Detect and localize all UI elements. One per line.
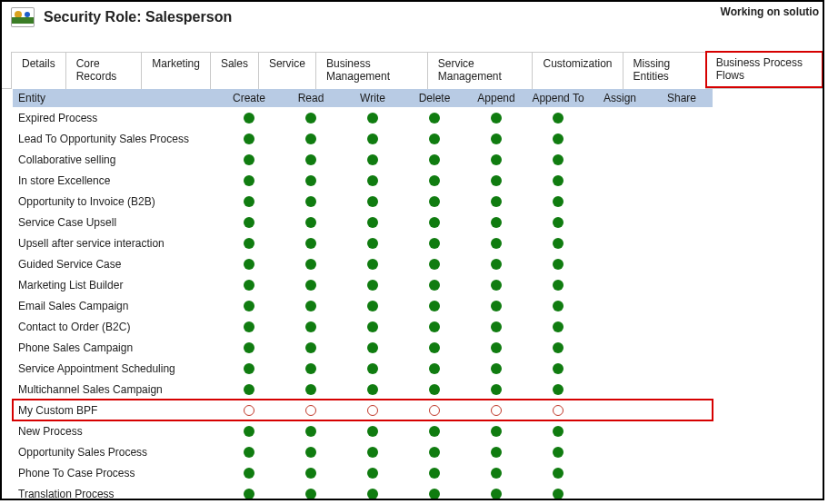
privilege-full-icon[interactable]: [367, 342, 378, 353]
privilege-full-icon[interactable]: [553, 447, 564, 458]
entity-name[interactable]: Service Appointment Scheduling: [13, 362, 218, 375]
privilege-full-icon[interactable]: [244, 384, 254, 395]
privilege-full-icon[interactable]: [429, 301, 440, 311]
privilege-full-icon[interactable]: [429, 238, 440, 249]
privilege-full-icon[interactable]: [553, 384, 564, 395]
privilege-full-icon[interactable]: [367, 113, 378, 124]
column-header-read[interactable]: Read: [280, 92, 342, 104]
privilege-full-icon[interactable]: [491, 113, 502, 124]
entity-name[interactable]: Expired Process: [13, 112, 218, 124]
privilege-full-icon[interactable]: [429, 217, 440, 228]
privilege-full-icon[interactable]: [429, 154, 440, 165]
privilege-full-icon[interactable]: [367, 196, 378, 207]
column-header-share[interactable]: Share: [651, 92, 713, 104]
privilege-full-icon[interactable]: [244, 426, 254, 437]
privilege-full-icon[interactable]: [491, 154, 502, 165]
tab-sales[interactable]: Sales: [210, 52, 259, 89]
privilege-full-icon[interactable]: [305, 321, 316, 332]
privilege-full-icon[interactable]: [244, 468, 254, 479]
privilege-full-icon[interactable]: [553, 113, 564, 124]
privilege-full-icon[interactable]: [491, 196, 502, 207]
entity-name[interactable]: Contact to Order (B2C): [13, 321, 218, 333]
privilege-full-icon[interactable]: [244, 342, 254, 353]
privilege-none-icon[interactable]: [491, 405, 502, 416]
privilege-full-icon[interactable]: [553, 468, 564, 479]
privilege-full-icon[interactable]: [553, 154, 564, 165]
privilege-full-icon[interactable]: [367, 238, 378, 249]
privilege-full-icon[interactable]: [553, 301, 564, 311]
privilege-full-icon[interactable]: [429, 468, 440, 479]
privilege-full-icon[interactable]: [429, 259, 440, 270]
privilege-full-icon[interactable]: [553, 426, 564, 437]
privilege-full-icon[interactable]: [553, 175, 564, 186]
privilege-full-icon[interactable]: [305, 384, 316, 395]
entity-name[interactable]: Phone Sales Campaign: [13, 341, 218, 354]
privilege-full-icon[interactable]: [244, 113, 254, 124]
tab-marketing[interactable]: Marketing: [141, 52, 211, 89]
privilege-full-icon[interactable]: [305, 447, 316, 458]
entity-name[interactable]: In store Excellence: [13, 174, 218, 187]
privilege-none-icon[interactable]: [429, 405, 440, 416]
entity-name[interactable]: Translation Process: [13, 488, 218, 500]
privilege-full-icon[interactable]: [244, 489, 254, 499]
privilege-full-icon[interactable]: [491, 321, 502, 332]
tab-customization[interactable]: Customization: [532, 52, 623, 89]
privilege-full-icon[interactable]: [553, 238, 564, 249]
column-header-write[interactable]: Write: [342, 92, 404, 104]
column-header-delete[interactable]: Delete: [404, 92, 465, 104]
privilege-full-icon[interactable]: [305, 113, 316, 124]
privilege-full-icon[interactable]: [553, 133, 564, 144]
privilege-none-icon[interactable]: [305, 405, 316, 416]
privilege-full-icon[interactable]: [429, 321, 440, 332]
privilege-full-icon[interactable]: [367, 301, 378, 311]
privilege-none-icon[interactable]: [244, 405, 254, 416]
privilege-full-icon[interactable]: [367, 217, 378, 228]
privilege-full-icon[interactable]: [305, 217, 316, 228]
privilege-full-icon[interactable]: [491, 133, 502, 144]
privilege-full-icon[interactable]: [553, 489, 564, 499]
privilege-full-icon[interactable]: [244, 217, 254, 228]
tab-details[interactable]: Details: [11, 52, 66, 89]
privilege-full-icon[interactable]: [305, 175, 316, 186]
entity-name[interactable]: Lead To Opportunity Sales Process: [13, 133, 218, 145]
privilege-full-icon[interactable]: [367, 489, 378, 499]
privilege-full-icon[interactable]: [491, 384, 502, 395]
privilege-full-icon[interactable]: [244, 154, 254, 165]
privilege-full-icon[interactable]: [367, 133, 378, 144]
privilege-full-icon[interactable]: [244, 259, 254, 270]
privilege-full-icon[interactable]: [553, 363, 564, 374]
privilege-full-icon[interactable]: [429, 113, 440, 124]
privilege-full-icon[interactable]: [367, 447, 378, 458]
column-header-create[interactable]: Create: [218, 92, 280, 104]
privilege-full-icon[interactable]: [367, 384, 378, 395]
privilege-full-icon[interactable]: [491, 259, 502, 270]
tab-core-records[interactable]: Core Records: [65, 52, 143, 89]
privilege-full-icon[interactable]: [553, 217, 564, 228]
entity-name[interactable]: Service Case Upsell: [13, 216, 218, 229]
tab-missing-entities[interactable]: Missing Entities: [623, 52, 706, 89]
privilege-full-icon[interactable]: [553, 342, 564, 353]
privilege-full-icon[interactable]: [429, 426, 440, 437]
privilege-full-icon[interactable]: [491, 468, 502, 479]
privilege-none-icon[interactable]: [367, 405, 378, 416]
privilege-full-icon[interactable]: [244, 321, 254, 332]
privilege-full-icon[interactable]: [367, 154, 378, 165]
privilege-full-icon[interactable]: [244, 447, 254, 458]
column-header-assign[interactable]: Assign: [589, 92, 651, 104]
privilege-full-icon[interactable]: [429, 489, 440, 499]
privilege-full-icon[interactable]: [305, 426, 316, 437]
privilege-full-icon[interactable]: [244, 363, 254, 374]
column-header-entity[interactable]: Entity: [13, 92, 218, 104]
privilege-full-icon[interactable]: [244, 133, 254, 144]
entity-name[interactable]: Multichannel Sales Campaign: [13, 383, 218, 396]
privilege-full-icon[interactable]: [305, 259, 316, 270]
privilege-full-icon[interactable]: [429, 384, 440, 395]
privilege-full-icon[interactable]: [491, 447, 502, 458]
privilege-full-icon[interactable]: [367, 426, 378, 437]
privilege-full-icon[interactable]: [305, 196, 316, 207]
privilege-full-icon[interactable]: [553, 280, 564, 291]
tab-service[interactable]: Service: [258, 52, 316, 89]
privilege-full-icon[interactable]: [305, 489, 316, 499]
entity-name[interactable]: Upsell after service interaction: [13, 237, 218, 250]
privilege-full-icon[interactable]: [305, 468, 316, 479]
